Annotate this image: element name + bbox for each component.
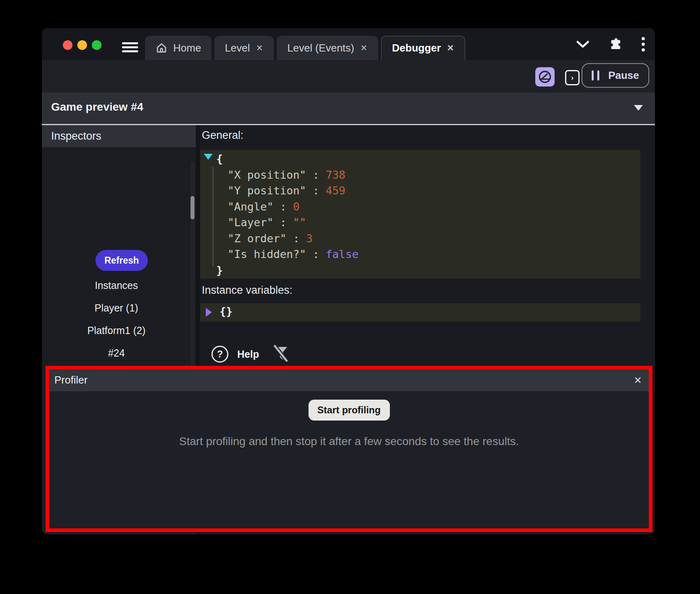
inspectors-title: Inspectors bbox=[51, 130, 101, 142]
pause-button[interactable]: Pause bbox=[582, 63, 649, 88]
instance-variables-label: Instance variables: bbox=[202, 284, 292, 297]
game-preview-header[interactable]: Game preview #4 bbox=[42, 93, 655, 124]
collapsed-arrow-icon[interactable] bbox=[206, 308, 212, 317]
tab-label: Debugger bbox=[392, 42, 441, 54]
titlebar: HomeLevel×Level (Events)×Debugger× bbox=[42, 28, 655, 60]
macos-zoom-button[interactable] bbox=[92, 40, 101, 50]
json-line: "Angle" : 0 bbox=[200, 199, 640, 215]
titlebar-icons bbox=[576, 28, 645, 60]
instance-variables-value: {} bbox=[220, 305, 233, 318]
json-line: "Layer" : "" bbox=[200, 214, 640, 231]
tab-label: Home bbox=[173, 42, 201, 54]
json-lines: {"X position" : 738"Y position" : 459"An… bbox=[200, 151, 640, 278]
menu-hamburger-icon[interactable] bbox=[122, 42, 138, 53]
json-line: "X position" : 738 bbox=[200, 167, 640, 183]
tab-close-icon[interactable]: × bbox=[360, 43, 368, 54]
refresh-button[interactable]: Refresh bbox=[95, 250, 148, 271]
tab-level-events[interactable]: Level (Events)× bbox=[277, 36, 378, 60]
screenshot-stage: HomeLevel×Level (Events)×Debugger× bbox=[0, 0, 700, 594]
speedometer-icon bbox=[538, 70, 552, 84]
tab-label: Level (Events) bbox=[287, 42, 354, 54]
preview-dropdown-caret-icon[interactable] bbox=[634, 105, 643, 111]
app-window: HomeLevel×Level (Events)×Debugger× bbox=[42, 28, 655, 534]
tab-debugger[interactable]: Debugger× bbox=[381, 36, 465, 60]
macos-close-button[interactable] bbox=[63, 40, 72, 50]
json-line: "Z order" : 3 bbox=[200, 231, 640, 247]
profiler-description: Start profiling and then stop it after a… bbox=[49, 435, 649, 448]
help-question-icon[interactable]: ? bbox=[211, 346, 228, 363]
debugger-toolbar: › Pause bbox=[42, 60, 655, 93]
profiler-header: Profiler × bbox=[49, 369, 649, 391]
game-preview-title: Game preview #4 bbox=[51, 101, 143, 113]
tab-close-icon[interactable]: × bbox=[447, 43, 455, 54]
extensions-puzzle-icon[interactable] bbox=[608, 37, 623, 52]
profiler-close-icon[interactable]: × bbox=[632, 372, 643, 388]
tab-label: Level bbox=[225, 42, 250, 54]
json-line: "Y position" : 459 bbox=[200, 183, 640, 199]
tab-close-icon[interactable]: × bbox=[256, 43, 264, 54]
home-icon bbox=[155, 42, 168, 54]
kebab-menu-icon[interactable] bbox=[641, 36, 645, 52]
macos-minimize-button[interactable] bbox=[77, 40, 87, 50]
pause-icon bbox=[592, 70, 599, 80]
console-icon[interactable]: › bbox=[565, 70, 580, 85]
tree-item-instances[interactable]: Instances bbox=[42, 274, 191, 297]
chevron-down-icon[interactable] bbox=[576, 40, 590, 48]
json-line: } bbox=[200, 262, 640, 278]
filter-off-icon[interactable] bbox=[272, 344, 290, 364]
pause-label: Pause bbox=[608, 69, 639, 82]
help-row: ? Help bbox=[211, 344, 290, 364]
start-profiling-button[interactable]: Start profiling bbox=[309, 400, 390, 421]
tree-item-24[interactable]: #24 bbox=[42, 342, 191, 364]
sidebar-scrollbar-track[interactable] bbox=[191, 161, 195, 387]
tree-item-platform1-2[interactable]: Platform1 (2) bbox=[42, 319, 191, 342]
profiler-toggle-button[interactable] bbox=[535, 67, 555, 87]
profiler-title: Profiler bbox=[54, 374, 87, 386]
tab-bar: HomeLevel×Level (Events)×Debugger× bbox=[145, 36, 465, 60]
tab-home[interactable]: Home bbox=[145, 36, 211, 60]
profiler-panel: Profiler × Start profiling Start profili… bbox=[46, 366, 652, 532]
tree-item-player-1[interactable]: Player (1) bbox=[42, 297, 191, 319]
json-line: "Is hidden?" : false bbox=[200, 246, 640, 262]
json-line: { bbox=[200, 151, 640, 167]
general-json-view: {"X position" : 738"Y position" : 459"An… bbox=[200, 150, 640, 278]
sidebar-scrollbar-thumb[interactable] bbox=[191, 196, 195, 219]
general-label: General: bbox=[202, 129, 244, 142]
tab-level[interactable]: Level× bbox=[214, 36, 274, 60]
instance-variables-view: {} bbox=[200, 303, 640, 322]
help-label[interactable]: Help bbox=[237, 349, 259, 360]
inspectors-header: Inspectors bbox=[42, 125, 196, 147]
